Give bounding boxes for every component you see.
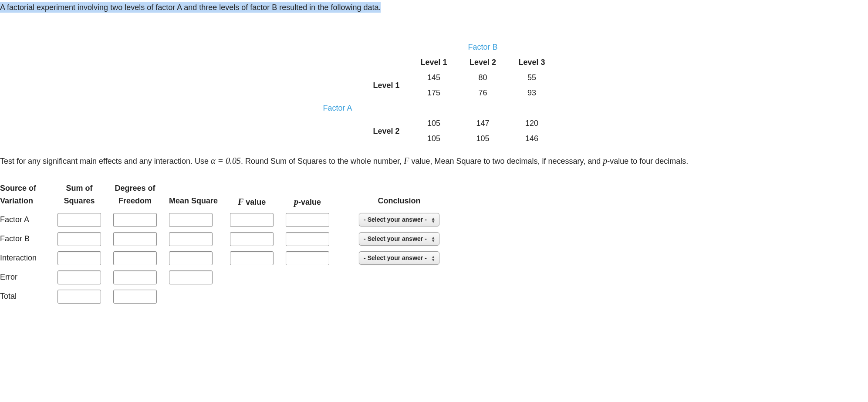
cell-a1b2-r2: 76 xyxy=(458,85,508,101)
input-df-total[interactable] xyxy=(113,290,157,304)
stepper-arrows-icon: ▲▼ xyxy=(431,255,436,261)
label-interaction: Interaction xyxy=(0,249,57,268)
input-df-interaction[interactable] xyxy=(113,251,157,265)
instr-part3: value, Mean Square to two decimals, if n… xyxy=(409,157,603,166)
anova-table: Source ofVariation Sum ofSquares Degrees… xyxy=(0,180,452,306)
cell-a1b3-r1: 55 xyxy=(508,70,556,85)
hdr-pvalue: p-value xyxy=(286,180,341,210)
cell-a2b1-r1: 105 xyxy=(410,116,457,131)
hdr-fvalue: F value xyxy=(230,180,286,210)
col-header-level1: Level 1 xyxy=(410,55,457,70)
row-factor-b: Factor B - Select your answer - ▲▼ xyxy=(0,230,452,249)
row-error: Error xyxy=(0,268,452,287)
label-factor-b: Factor B xyxy=(0,230,57,249)
input-ms-factor-b[interactable] xyxy=(169,232,213,246)
cell-a2b2-r1: 147 xyxy=(458,116,508,131)
data-table-region: Factor B Level 1 Level 2 Level 3 Level 1… xyxy=(0,40,868,146)
select-placeholder-text: - Select your answer - xyxy=(364,215,427,224)
cell-a2b3-r2: 146 xyxy=(508,131,556,146)
problem-intro: A factorial experiment involving two lev… xyxy=(0,2,381,13)
hdr-conclusion: Conclusion xyxy=(341,180,452,210)
select-placeholder-text: - Select your answer - xyxy=(364,234,427,243)
input-f-factor-a[interactable] xyxy=(230,213,274,227)
cell-a1b1-r1: 145 xyxy=(410,70,457,85)
hdr-ss: Sum ofSquares xyxy=(57,180,113,210)
col-header-level3: Level 3 xyxy=(508,55,556,70)
input-ss-factor-a[interactable] xyxy=(57,213,101,227)
row-interaction: Interaction - Select your answer - ▲▼ xyxy=(0,249,452,268)
input-df-error[interactable] xyxy=(113,270,157,284)
input-ms-interaction[interactable] xyxy=(169,251,213,265)
select-conclusion-factor-a[interactable]: - Select your answer - ▲▼ xyxy=(359,213,439,226)
cell-a2b3-r1: 120 xyxy=(508,116,556,131)
cell-a1b3-r2: 93 xyxy=(508,85,556,101)
input-ss-total[interactable] xyxy=(57,290,101,304)
f-symbol: F xyxy=(404,156,409,166)
input-ms-error[interactable] xyxy=(169,270,213,284)
input-ss-factor-b[interactable] xyxy=(57,232,101,246)
cell-a1b1-r2: 175 xyxy=(410,85,457,101)
alpha-expression: α = 0.05 xyxy=(211,156,241,166)
label-factor-a: Factor A xyxy=(0,210,57,230)
stepper-arrows-icon: ▲▼ xyxy=(431,217,436,223)
factor-a-header: Factor A xyxy=(312,101,362,116)
select-placeholder-text: - Select your answer - xyxy=(364,253,427,263)
factor-b-header: Factor B xyxy=(458,40,508,55)
label-error: Error xyxy=(0,268,57,287)
input-ss-error[interactable] xyxy=(57,270,101,284)
instr-part1: Test for any significant main effects an… xyxy=(0,157,211,166)
hdr-df: Degrees ofFreedom xyxy=(113,180,169,210)
input-ss-interaction[interactable] xyxy=(57,251,101,265)
input-df-factor-b[interactable] xyxy=(113,232,157,246)
row-header-a-level2: Level 2 xyxy=(362,116,410,146)
input-f-factor-b[interactable] xyxy=(230,232,274,246)
cell-a1b2-r1: 80 xyxy=(458,70,508,85)
input-p-factor-b[interactable] xyxy=(286,232,329,246)
stepper-arrows-icon: ▲▼ xyxy=(431,236,436,242)
p-symbol: p xyxy=(603,156,607,166)
label-total: Total xyxy=(0,287,57,306)
input-df-factor-a[interactable] xyxy=(113,213,157,227)
col-header-level2: Level 2 xyxy=(458,55,508,70)
row-header-a-level1: Level 1 xyxy=(362,70,410,101)
cell-a2b2-r2: 105 xyxy=(458,131,508,146)
select-conclusion-factor-b[interactable]: - Select your answer - ▲▼ xyxy=(359,232,439,246)
input-ms-factor-a[interactable] xyxy=(169,213,213,227)
instr-part2: . Round Sum of Squares to the whole numb… xyxy=(241,157,404,166)
hdr-source: Source ofVariation xyxy=(0,180,57,210)
instr-part4: -value to four decimals. xyxy=(607,157,688,166)
input-p-factor-a[interactable] xyxy=(286,213,329,227)
row-total: Total xyxy=(0,287,452,306)
input-p-interaction[interactable] xyxy=(286,251,329,265)
select-conclusion-interaction[interactable]: - Select your answer - ▲▼ xyxy=(359,251,439,265)
hdr-ms: Mean Square xyxy=(169,180,230,210)
cell-a2b1-r2: 105 xyxy=(410,131,457,146)
row-factor-a: Factor A - Select your answer - ▲▼ xyxy=(0,210,452,230)
data-table: Factor B Level 1 Level 2 Level 3 Level 1… xyxy=(312,40,555,146)
input-f-interaction[interactable] xyxy=(230,251,274,265)
instructions-text: Test for any significant main effects an… xyxy=(0,154,868,167)
